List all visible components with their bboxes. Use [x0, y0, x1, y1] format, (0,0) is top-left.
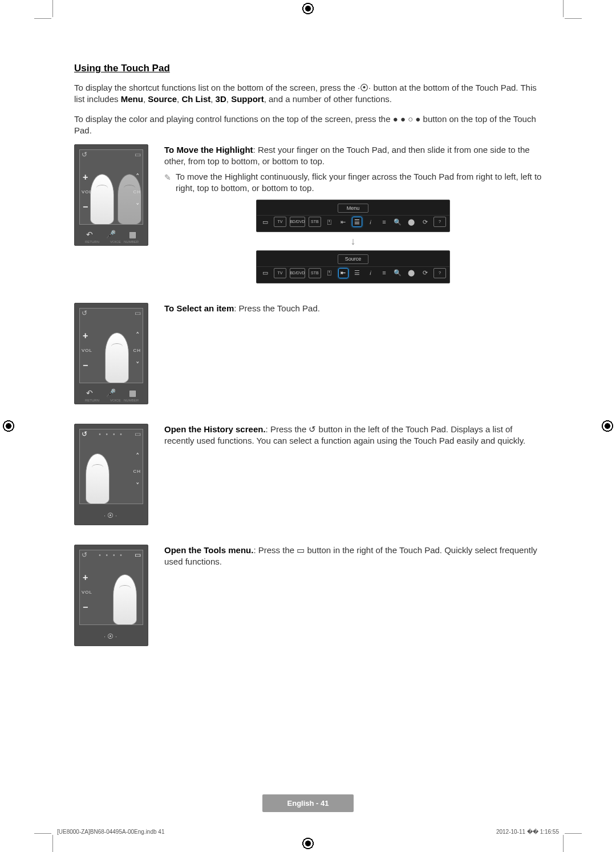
- menu-icon: ☰: [352, 217, 362, 227]
- tools-row: ↺▭ • • • • +− VOL ∙⦿∙ Open the Tools men…: [74, 545, 542, 646]
- registration-mark-icon: [2, 420, 15, 432]
- history-icon: ↺: [309, 424, 316, 434]
- history-row: ↺▭ • • • • ˄˅ CH ∙⦿∙ Open the History sc…: [74, 424, 542, 525]
- history-text: Open the History screen.: Press the ↺ bu…: [164, 424, 542, 447]
- touchpad-swipe-illustration: ↺▭ +− ˄˅ VOL CH ↶ 🎤 ▦ RETURN VOICE NUMBE…: [74, 144, 148, 246]
- page-content: Using the Touch Pad To display the short…: [74, 63, 542, 666]
- intro-paragraph-1: To display the shortcut functions list o…: [74, 82, 542, 106]
- move-highlight-row: ↺▭ +− ˄˅ VOL CH ↶ 🎤 ▦ RETURN VOICE NUMBE…: [74, 144, 542, 283]
- source-bar-illustration: Source ▭ TV BD/DVD STB ⍞ ⇤ ☰𝑖≡🔍⬤⟳?: [256, 250, 450, 283]
- menu-bar-illustration: Menu ▭ TV BD/DVD STB ⍞⇤ ☰ 𝑖≡🔍⬤⟳?: [256, 200, 450, 232]
- number-icon: ▦: [129, 230, 136, 239]
- print-footer: [UE8000-ZA]BN68-04495A-00Eng.indb 41 201…: [57, 829, 559, 835]
- arrow-down-icon: ↓: [164, 234, 542, 248]
- shortcut-button-icon: ∙⦿∙: [358, 83, 371, 92]
- page-number-pill: English - 41: [262, 794, 354, 812]
- page-footer: English - 41: [0, 794, 616, 812]
- tools-text: Open the Tools menu.: Press the ▭ button…: [164, 545, 542, 568]
- touchpad-history-illustration: ↺▭ • • • • ˄˅ CH ∙⦿∙: [74, 424, 148, 525]
- voice-icon: 🎤: [106, 230, 116, 239]
- move-highlight-text: To Move the Highlight: Rest your finger …: [164, 144, 542, 168]
- section-heading: Using the Touch Pad: [74, 63, 542, 74]
- select-item-row: ↺▭ +− ˄˅ VOL CH ↶🎤▦ RETURN VOICE NUMBER …: [74, 303, 542, 404]
- tools-icon: ▭: [297, 545, 305, 555]
- return-icon: ↶: [86, 230, 93, 239]
- registration-mark-icon: [302, 837, 314, 850]
- print-file-label: [UE8000-ZA]BN68-04495A-00Eng.indb 41: [57, 829, 164, 835]
- touchpad-press-illustration: ↺▭ +− ˄˅ VOL CH ↶🎤▦ RETURN VOICE NUMBER: [74, 303, 148, 404]
- move-highlight-note: ✎ To move the Highlight continuously, fl…: [164, 171, 542, 194]
- intro-paragraph-2: To display the color and playing control…: [74, 113, 542, 137]
- note-icon: ✎: [164, 172, 171, 194]
- print-timestamp: 2012-10-11 �� 1:16:55: [496, 829, 559, 835]
- select-item-text: To Select an item: Press the Touch Pad.: [164, 303, 542, 314]
- source-icon: ⇤: [338, 268, 348, 278]
- registration-mark-icon: [302, 2, 314, 15]
- touchpad-tools-illustration: ↺▭ • • • • +− VOL ∙⦿∙: [74, 545, 148, 646]
- registration-mark-icon: [601, 420, 614, 432]
- color-buttons-icon: ● ● ○ ●: [393, 114, 421, 124]
